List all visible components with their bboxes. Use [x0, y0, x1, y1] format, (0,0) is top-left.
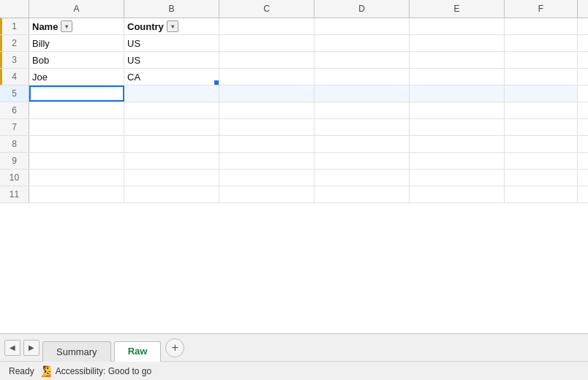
cell-F6[interactable]	[505, 102, 578, 118]
cell-B1[interactable]: Country▾	[124, 18, 219, 34]
grid-row-9: 9	[0, 153, 588, 170]
row-number-7: 7	[0, 119, 29, 135]
sheet-tab-summary[interactable]: Summary	[42, 341, 111, 362]
cell-C6[interactable]	[219, 102, 314, 118]
row-number-8: 8	[0, 136, 29, 152]
cell-C10[interactable]	[219, 170, 314, 186]
row-number-10: 10	[0, 170, 29, 186]
cell-C7[interactable]	[219, 119, 314, 135]
grid-area: 1Name▾Country▾2BillyUS3BobUS4JoeCA567891…	[0, 18, 588, 333]
cell-D4[interactable]	[314, 69, 410, 85]
cell-C1[interactable]	[219, 18, 314, 34]
cell-A2[interactable]: Billy	[29, 35, 124, 51]
tabs-bar: ◀ ▶ Summary Raw +	[0, 333, 588, 361]
cell-A5[interactable]	[29, 86, 124, 102]
col-header-b: B	[124, 0, 219, 18]
cell-F9[interactable]	[505, 153, 578, 169]
tab-prev-button[interactable]: ◀	[4, 340, 20, 356]
cell-F5[interactable]	[505, 86, 578, 102]
cell-B10[interactable]	[124, 170, 219, 186]
status-bar: Ready 🧏 Accessibility: Good to go	[0, 361, 588, 380]
cell-D9[interactable]	[314, 153, 410, 169]
grid-row-1: 1Name▾Country▾	[0, 18, 588, 35]
cell-E3[interactable]	[410, 52, 505, 68]
cell-F2[interactable]	[505, 35, 578, 51]
cell-A7[interactable]	[29, 119, 124, 135]
cell-F1[interactable]	[505, 18, 578, 34]
row-number-4: 4	[0, 69, 29, 85]
cell-C2[interactable]	[219, 35, 314, 51]
cell-F7[interactable]	[505, 119, 578, 135]
cell-B4[interactable]: CA	[124, 69, 219, 85]
grid-row-3: 3BobUS	[0, 52, 588, 69]
cell-D2[interactable]	[314, 35, 410, 51]
cell-B8[interactable]	[124, 136, 219, 152]
cell-A11[interactable]	[29, 186, 124, 202]
cell-B9[interactable]	[124, 153, 219, 169]
cell-A4[interactable]: Joe	[29, 69, 124, 85]
cell-D3[interactable]	[314, 52, 410, 68]
cell-C9[interactable]	[219, 153, 314, 169]
grid-row-11: 11	[0, 186, 588, 203]
cell-A10[interactable]	[29, 170, 124, 186]
status-ready-text: Ready	[9, 366, 34, 376]
cell-F8[interactable]	[505, 136, 578, 152]
cell-E2[interactable]	[410, 35, 505, 51]
cell-A3[interactable]: Bob	[29, 52, 124, 68]
col-header-c: C	[219, 0, 314, 18]
cell-A1[interactable]: Name▾	[29, 18, 124, 34]
grid-row-6: 6	[0, 102, 588, 119]
row-number-1: 1	[0, 18, 29, 34]
cell-E11[interactable]	[410, 186, 505, 202]
grid-row-5: 5	[0, 86, 588, 102]
cell-E10[interactable]	[410, 170, 505, 186]
grid-row-4: 4JoeCA	[0, 69, 588, 86]
column-headers: A B C D E F	[0, 0, 588, 18]
cell-F11[interactable]	[505, 186, 578, 202]
cell-D8[interactable]	[314, 136, 410, 152]
sheet-tab-raw[interactable]: Raw	[114, 341, 162, 362]
row-number-3: 3	[0, 52, 29, 68]
cell-C11[interactable]	[219, 186, 314, 202]
cell-A6[interactable]	[29, 102, 124, 118]
cell-C3[interactable]	[219, 52, 314, 68]
cell-D7[interactable]	[314, 119, 410, 135]
cell-B11[interactable]	[124, 186, 219, 202]
cell-E5[interactable]	[410, 86, 505, 102]
cell-D11[interactable]	[314, 186, 410, 202]
cell-A8[interactable]	[29, 136, 124, 152]
row-number-5: 5	[0, 86, 29, 102]
filter-dropdown-icon[interactable]: ▾	[61, 20, 72, 32]
row-number-2: 2	[0, 35, 29, 51]
cell-E7[interactable]	[410, 119, 505, 135]
cell-E1[interactable]	[410, 18, 505, 34]
cell-F3[interactable]	[505, 52, 578, 68]
cell-B2[interactable]: US	[124, 35, 219, 51]
cell-F10[interactable]	[505, 170, 578, 186]
cell-C8[interactable]	[219, 136, 314, 152]
cell-E4[interactable]	[410, 69, 505, 85]
tab-next-button[interactable]: ▶	[23, 340, 39, 356]
cell-C5[interactable]	[219, 86, 314, 102]
col-header-a: A	[29, 0, 124, 18]
cell-B5[interactable]	[124, 86, 219, 102]
grid-row-10: 10	[0, 170, 588, 186]
cell-A9[interactable]	[29, 153, 124, 169]
cell-D5[interactable]	[314, 86, 410, 102]
col-header-e: E	[410, 0, 505, 18]
cell-B3[interactable]: US	[124, 52, 219, 68]
filter-dropdown-icon[interactable]: ▾	[167, 20, 178, 32]
cell-B7[interactable]	[124, 119, 219, 135]
cell-C4[interactable]	[219, 69, 314, 85]
add-sheet-button[interactable]: +	[165, 338, 184, 357]
cell-D10[interactable]	[314, 170, 410, 186]
cell-E8[interactable]	[410, 136, 505, 152]
cell-E6[interactable]	[410, 102, 505, 118]
row-number-6: 6	[0, 102, 29, 118]
cell-D1[interactable]	[314, 18, 410, 34]
cell-F4[interactable]	[505, 69, 578, 85]
row-number-corner	[0, 0, 29, 18]
cell-E9[interactable]	[410, 153, 505, 169]
cell-D6[interactable]	[314, 102, 410, 118]
cell-B6[interactable]	[124, 102, 219, 118]
